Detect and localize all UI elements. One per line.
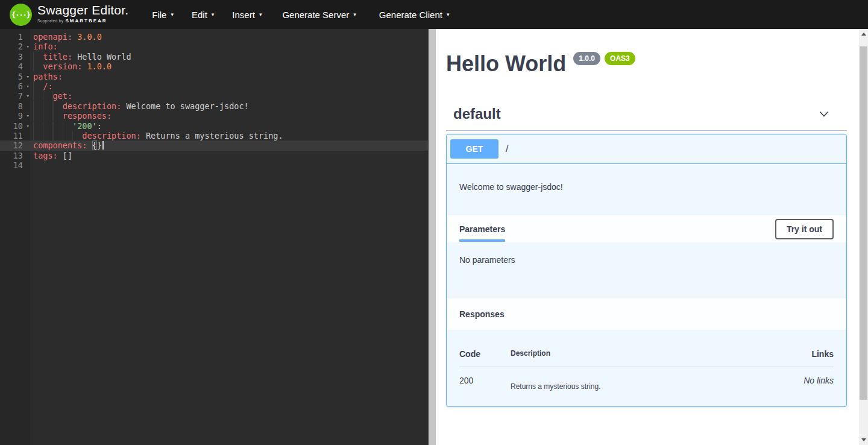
code-editor[interactable]: 1openapi: 3.0.02▾info:3 title: Hello Wor… xyxy=(0,29,428,445)
response-links: No links xyxy=(776,376,834,385)
code-line[interactable]: 11 description: Returns a mysterious str… xyxy=(0,131,428,140)
code-line[interactable]: 4 version: 1.0.0 xyxy=(0,62,428,71)
code-text: /: xyxy=(30,81,53,91)
line-number: 9 xyxy=(0,111,30,121)
code-line[interactable]: 9▾ responses: xyxy=(0,111,428,121)
line-number: 12 xyxy=(0,140,30,150)
col-header-code: Code xyxy=(459,349,511,359)
fold-arrow-icon[interactable]: ▾ xyxy=(27,91,30,101)
code-line[interactable]: 14 xyxy=(0,160,428,170)
gutter-cell[interactable]: 9▾ xyxy=(0,111,30,121)
code-text: responses: xyxy=(30,111,112,121)
fold-arrow-icon[interactable]: ▾ xyxy=(27,121,30,131)
line-number: 10 xyxy=(0,121,30,131)
gutter-cell[interactable]: 8 xyxy=(0,101,30,111)
col-header-description: Description xyxy=(511,349,776,358)
code-line[interactable]: 5▾paths: xyxy=(0,72,428,81)
gutter-cell[interactable]: 12 xyxy=(0,140,30,150)
no-parameters-text: No parameters xyxy=(447,242,846,298)
swagger-logo-icon: {···} xyxy=(10,4,32,26)
scrollbar-thumb[interactable] xyxy=(860,46,867,400)
menu-label: File xyxy=(152,10,166,20)
pane-splitter[interactable] xyxy=(428,29,436,445)
responses-section-header: Responses xyxy=(447,298,846,330)
app-title: Swagger Editor. xyxy=(37,3,128,17)
editor-lines[interactable]: 1openapi: 3.0.02▾info:3 title: Hello Wor… xyxy=(0,32,428,170)
page-title: Hello World xyxy=(446,53,566,75)
gutter-cell[interactable]: 7▾ xyxy=(0,91,30,101)
api-docs-panel: Hello World 1.0.0 OAS3 default GET / Wel… xyxy=(436,29,859,445)
response-code: 200 xyxy=(459,376,511,385)
code-line[interactable]: 10▾ '200': xyxy=(0,121,428,131)
menu-generate-client[interactable]: Generate Client▾ xyxy=(368,5,461,25)
tag-section-default: default xyxy=(446,106,847,131)
responses-table-header: Code Description Links xyxy=(459,342,834,367)
fold-arrow-icon[interactable]: ▾ xyxy=(27,81,30,91)
get-method-badge: GET xyxy=(450,139,498,159)
topbar: {···} Swagger Editor. Supported bySMARTB… xyxy=(0,0,868,29)
operation-summary[interactable]: GET / xyxy=(447,134,846,164)
code-text: components: {} xyxy=(30,140,104,150)
line-number: 7 xyxy=(0,91,30,101)
gutter-cell[interactable]: 5▾ xyxy=(0,72,30,81)
chevron-down-icon: ▾ xyxy=(353,11,356,17)
menu-label: Generate Client xyxy=(379,10,442,20)
code-text: description: Welcome to swagger-jsdoc! xyxy=(30,101,249,111)
code-text: tags: [] xyxy=(30,151,72,160)
code-line[interactable]: 1openapi: 3.0.0 xyxy=(0,32,428,42)
code-text: get: xyxy=(30,91,72,101)
line-number: 4 xyxy=(0,62,30,71)
responses-table: Code Description Links 200 Returns a mys… xyxy=(447,330,846,406)
line-number: 13 xyxy=(0,151,30,160)
code-text: paths: xyxy=(30,72,63,81)
code-text: description: Returns a mysterious string… xyxy=(30,131,283,140)
scrollbar[interactable] xyxy=(859,29,868,445)
table-row: 200 Returns a mysterious string. No link… xyxy=(459,367,834,391)
chevron-down-icon: ▾ xyxy=(259,11,262,17)
fold-arrow-icon[interactable]: ▾ xyxy=(27,72,30,81)
menu-file[interactable]: File▾ xyxy=(143,5,183,25)
code-line[interactable]: 6▾ /: xyxy=(0,81,428,91)
line-number: 5 xyxy=(0,72,30,81)
code-line[interactable]: 13tags: [] xyxy=(0,151,428,160)
menu-label: Generate Server xyxy=(282,10,349,20)
scroll-up-arrow-icon[interactable] xyxy=(859,29,868,39)
gutter-cell[interactable]: 1 xyxy=(0,32,30,42)
gutter-cell[interactable]: 3 xyxy=(0,52,30,62)
gutter-cell[interactable]: 11 xyxy=(0,131,30,140)
line-number: 1 xyxy=(0,32,30,42)
code-text: '200': xyxy=(30,121,102,131)
chevron-down-icon[interactable] xyxy=(818,108,830,120)
parameters-tab: Parameters xyxy=(459,216,505,242)
try-it-out-button[interactable]: Try it out xyxy=(775,219,834,239)
code-text: info: xyxy=(30,42,58,51)
code-line[interactable]: 12components: {} xyxy=(0,140,428,150)
gutter-cell[interactable]: 4 xyxy=(0,62,30,71)
gutter-cell[interactable]: 13 xyxy=(0,151,30,160)
chevron-down-icon: ▾ xyxy=(171,11,174,17)
code-text: title: Hello World xyxy=(30,52,131,62)
operation-description: Welcome to swagger-jsdoc! xyxy=(447,164,846,215)
code-line[interactable]: 3 title: Hello World xyxy=(0,52,428,62)
gutter-cell[interactable]: 14 xyxy=(0,160,30,170)
fold-arrow-icon[interactable]: ▾ xyxy=(27,111,30,121)
menu-generate-server[interactable]: Generate Server▾ xyxy=(271,5,367,25)
tag-section-header[interactable]: default xyxy=(446,106,847,130)
supported-by-label: Supported bySMARTBEAR xyxy=(37,18,128,24)
code-text xyxy=(30,160,33,170)
code-line[interactable]: 8 description: Welcome to swagger-jsdoc! xyxy=(0,101,428,111)
menu-edit[interactable]: Edit▾ xyxy=(183,5,223,25)
operation-get: GET / Welcome to swagger-jsdoc! Paramete… xyxy=(446,134,847,407)
line-number: 6 xyxy=(0,81,30,91)
menu-insert[interactable]: Insert▾ xyxy=(223,5,271,25)
scroll-down-arrow-icon[interactable] xyxy=(859,435,868,445)
text-cursor xyxy=(102,141,104,150)
gutter-cell[interactable]: 10▾ xyxy=(0,121,30,131)
code-line[interactable]: 7▾ get: xyxy=(0,91,428,101)
fold-arrow-icon[interactable]: ▾ xyxy=(27,42,30,51)
gutter-cell[interactable]: 6▾ xyxy=(0,81,30,91)
response-description: Returns a mysterious string. xyxy=(511,382,776,391)
line-number: 2 xyxy=(0,42,30,51)
gutter-cell[interactable]: 2▾ xyxy=(0,42,30,51)
code-line[interactable]: 2▾info: xyxy=(0,42,428,51)
